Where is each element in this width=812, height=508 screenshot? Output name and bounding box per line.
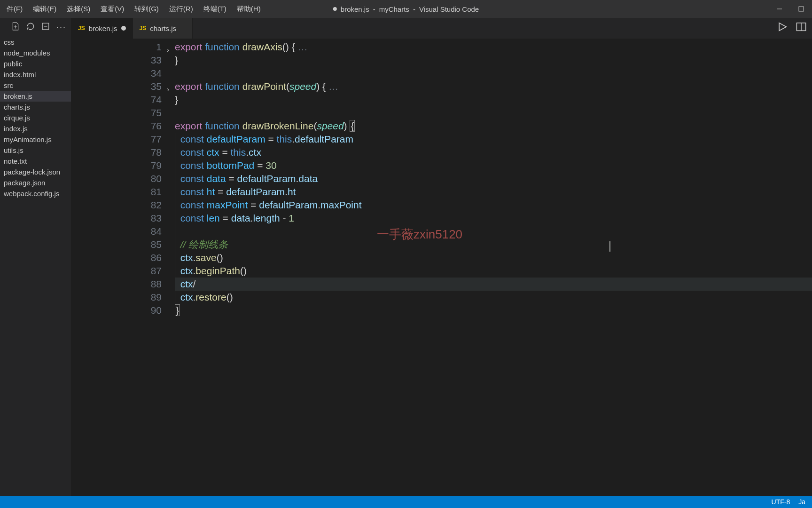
file-item[interactable]: utils.js [0,145,71,156]
indent-guide [175,225,175,238]
menu-item[interactable]: 终端(T) [199,3,231,16]
editor-tab[interactable]: JScharts.js [133,18,193,39]
explorer-sidebar: ··· cssnode_modulespublic index.htmlsrc … [0,18,71,496]
code-line[interactable]: const ctx = this.ctx [175,146,812,159]
indent-guide [175,172,175,185]
menu-bar: 件(F)编辑(E)选择(S)查看(V)转到(G)运行(R)终端(T)帮助(H) [0,3,265,16]
close-icon[interactable] [180,25,186,31]
code-line[interactable]: const ht = defaultParam.ht [175,185,812,198]
title-filename: broken.js [341,5,369,13]
titlebar: 件(F)编辑(E)选择(S)查看(V)转到(G)运行(R)终端(T)帮助(H) … [0,0,812,18]
fold-chevron-icon[interactable]: › [167,83,169,96]
menu-item[interactable]: 选择(S) [62,3,95,16]
js-file-icon: JS [78,25,85,32]
line-number: 90 [71,304,162,317]
collapse-button[interactable] [41,22,50,32]
explorer-toolbar: ··· [0,18,71,37]
editor-area: JSbroken.jsJScharts.js 1›333435›74757677… [71,18,812,496]
new-file-icon [11,22,20,31]
file-item[interactable]: public [0,58,71,69]
split-editor-button[interactable] [796,22,806,34]
play-icon [777,22,788,32]
line-number: 89 [71,291,162,304]
run-button[interactable] [777,22,788,34]
code-line[interactable]: const bottomPad = 30 [175,159,812,172]
maximize-button[interactable] [790,0,812,18]
file-item[interactable]: webpack.config.js [0,188,71,199]
code-line[interactable]: const data = defaultParam.data [175,172,812,185]
window-controls [769,0,812,18]
file-item[interactable]: index.html [0,69,71,80]
menu-item[interactable]: 运行(R) [164,3,198,16]
menu-item[interactable]: 转到(G) [130,3,164,16]
line-number: 75 [71,106,162,119]
status-encoding[interactable]: UTF-8 [772,498,790,506]
dirty-icon[interactable] [121,26,126,31]
editor-tab[interactable]: JSbroken.js [71,18,133,39]
new-file-button[interactable] [11,22,20,32]
line-number: 77 [71,133,162,146]
code-line[interactable]: const defaultParam = this.defaultParam [175,133,812,146]
minimize-icon [777,6,782,12]
code-line[interactable]: // 绘制线条 [175,238,812,251]
menu-item[interactable]: 件(F) [2,3,27,16]
file-item[interactable]: cirque.js [0,112,71,123]
line-number: 78 [71,146,162,159]
code-line[interactable]: export function drawAxis() { … [175,40,812,54]
file-item[interactable]: src [0,80,71,91]
minimize-button[interactable] [769,0,790,18]
refresh-button[interactable] [26,22,35,32]
fold-chevron-icon[interactable]: › [167,43,169,56]
code-line[interactable]: ctx.restore() [175,291,812,304]
file-item[interactable]: broken.js [0,91,71,102]
status-bar: UTF-8 Ja [0,496,812,508]
main-area: ··· cssnode_modulespublic index.htmlsrc … [0,18,812,496]
code-editor[interactable]: 1›333435›7475767778798081828384858687888… [71,39,812,496]
file-item[interactable]: css [0,37,71,48]
line-number: 84 [71,225,162,238]
file-item[interactable]: note.txt [0,156,71,167]
code-line[interactable] [175,106,812,119]
code-line[interactable]: const len = data.length - 1 [175,212,812,225]
line-number: 82 [71,198,162,212]
line-number: 76 [71,119,162,133]
menu-item[interactable]: 编辑(E) [28,3,61,16]
code-line[interactable]: ctx.beginPath() [175,264,812,278]
file-item[interactable]: index.js [0,123,71,134]
code-line[interactable]: ctx.save() [175,251,812,264]
line-number: 1› [71,40,162,54]
line-number: 86 [71,251,162,264]
file-item[interactable]: package.json [0,177,71,188]
code-line[interactable]: export function drawPoint(speed) { … [175,80,812,93]
editor-actions [777,22,806,34]
indent-guide [175,264,175,278]
svg-rect-1 [799,7,804,11]
indent-guide [175,251,175,264]
code-line[interactable] [175,225,812,238]
code-line[interactable]: } [175,304,812,317]
code-line[interactable]: ctx/ [175,278,812,291]
menu-item[interactable]: 查看(V) [96,3,129,16]
refresh-icon [26,22,35,31]
code-line[interactable]: } [175,54,812,67]
file-item[interactable]: node_modules [0,48,71,58]
menu-item[interactable]: 帮助(H) [232,3,265,16]
file-item[interactable]: charts.js [0,102,71,112]
code-line[interactable]: export function drawBrokenLine(speed) { [175,119,812,133]
status-language[interactable]: Ja [798,498,805,506]
file-item[interactable]: myAnimation.js [0,134,71,145]
indent-guide [175,133,175,146]
indent-guide [175,291,175,304]
title-project: myCharts [379,5,409,13]
line-number: 34 [71,67,162,80]
indent-guide [175,198,175,212]
line-number: 35› [71,80,162,93]
code-line[interactable]: } [175,93,812,106]
file-item[interactable]: package-lock.json [0,167,71,177]
indent-guide [175,238,175,251]
indent-guide [175,185,175,198]
more-button[interactable]: ··· [56,23,66,32]
code-line[interactable]: const maxPoint = defaultParam.maxPoint [175,198,812,212]
code-line[interactable] [175,67,812,80]
code-content[interactable]: 一手薇zxin5120 export function drawAxis() {… [175,40,812,496]
